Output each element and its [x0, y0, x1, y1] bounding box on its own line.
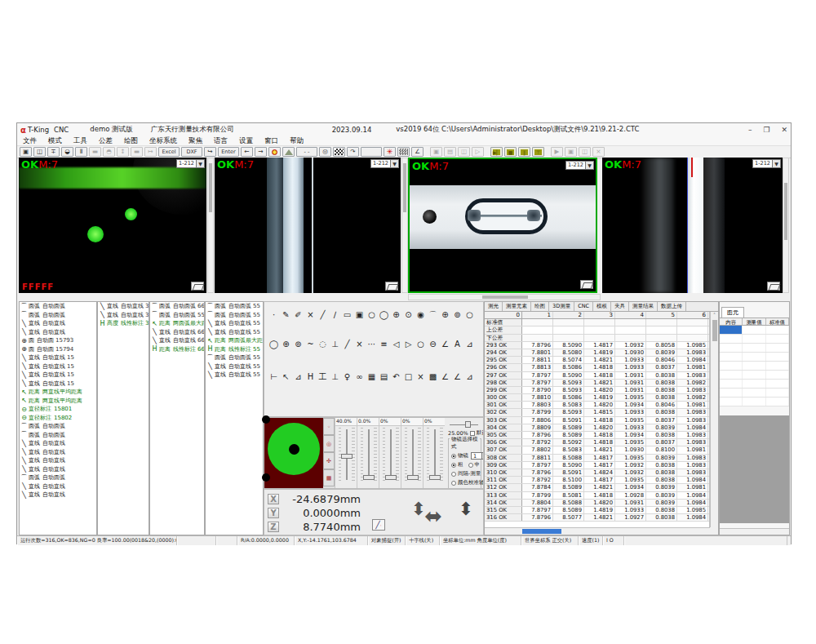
- roi-corner-icon[interactable]: [191, 282, 204, 291]
- report-export-button[interactable]: ↪: [204, 147, 216, 157]
- results-h-scrollbar[interactable]: [485, 527, 710, 535]
- list-item[interactable]: ╲直线自动直线3: [98, 311, 149, 320]
- measure-tool-button-r3-12[interactable]: □: [402, 371, 415, 383]
- measure-tool-button-r1-14[interactable]: ⌒: [427, 309, 439, 321]
- measure-tool-button-r3-17[interactable]: ⊿: [463, 371, 476, 383]
- element-cell[interactable]: [766, 371, 789, 379]
- element-tab[interactable]: 图元: [721, 307, 744, 318]
- list-item[interactable]: ╲直线自动直线15: [20, 371, 96, 380]
- cell[interactable]: 1.0984: [677, 424, 708, 431]
- measure-tool-button-r3-13[interactable]: ×: [415, 371, 427, 383]
- cell[interactable]: 0.8039: [646, 424, 677, 431]
- cell[interactable]: [522, 326, 553, 333]
- caliper-tool-button[interactable]: Ⅱ: [75, 147, 87, 157]
- cell[interactable]: [615, 335, 646, 341]
- list-item[interactable]: ⌒圆弧自动圆弧: [20, 473, 96, 482]
- list-item[interactable]: ⌒圆弧自动圆弧55: [150, 311, 204, 320]
- element-cell[interactable]: [743, 326, 765, 334]
- list-item[interactable]: ╲直线自动直线55: [206, 328, 263, 337]
- cell[interactable]: 0.8058: [646, 342, 677, 349]
- cell[interactable]: 1.0983: [677, 349, 708, 356]
- opt3-radio[interactable]: [451, 472, 456, 477]
- cell[interactable]: 1.4821: [584, 484, 615, 491]
- measure-tool-button-r1-8[interactable]: ▣: [353, 309, 366, 321]
- cell[interactable]: 1.4817: [584, 342, 615, 349]
- save2-button[interactable]: ▣: [430, 147, 442, 157]
- run-to-end-button[interactable]: ▶▏: [490, 147, 503, 157]
- list-item[interactable]: ╲直线自动直线3: [98, 302, 149, 311]
- cell[interactable]: 1.4817: [584, 477, 615, 483]
- table-row[interactable]: 315 OK7.87978.50891.48191.09330.80381.09…: [485, 507, 709, 514]
- table-row[interactable]: 298 OK7.87978.50931.48211.09310.80381.09…: [485, 380, 709, 387]
- table-row[interactable]: 312 OK7.87848.50891.48211.09340.80391.09…: [485, 484, 709, 491]
- table-row[interactable]: 313 OK7.87998.50811.48181.09280.80391.09…: [485, 492, 709, 500]
- cell[interactable]: 7.8796: [522, 342, 553, 349]
- stop-button[interactable]: ■: [504, 147, 517, 157]
- measure-tool-button-r3-1[interactable]: ⊢: [268, 371, 280, 383]
- cell[interactable]: 1.0931: [615, 372, 646, 379]
- slider-thumb[interactable]: [363, 475, 375, 480]
- ring-light-control[interactable]: [264, 418, 323, 488]
- list-item[interactable]: ⌒圆弧自动圆弧55: [206, 353, 263, 362]
- results-tab-测光[interactable]: 测光: [485, 302, 503, 311]
- measure-tool-button-r1-9[interactable]: ○: [366, 309, 378, 321]
- list-item[interactable]: ╲直线自动直线: [20, 465, 96, 474]
- table-row[interactable]: 307 OK7.88028.50831.48211.09300.81001.09…: [485, 446, 709, 454]
- menu-item-公差[interactable]: 公差: [93, 136, 118, 146]
- list-item[interactable]: ╲直线自动直线: [20, 448, 96, 457]
- measure-tool-button-r1-4[interactable]: ×: [304, 309, 317, 321]
- measure-tool-button-r2-17[interactable]: ⊿: [463, 339, 476, 350]
- calibration-button[interactable]: ✳: [384, 147, 396, 157]
- slider-thumb[interactable]: [385, 475, 397, 480]
- brightness-slider[interactable]: [450, 421, 478, 428]
- cell[interactable]: 1.0983: [677, 417, 708, 424]
- slider-thumb[interactable]: [341, 454, 353, 459]
- measure-tool-button-r1-16[interactable]: ⊚: [451, 309, 463, 321]
- camera-view-1[interactable]: OKM:71-212▼FFFFF: [19, 158, 206, 293]
- list-item[interactable]: ⊖直径标注15802: [20, 414, 96, 423]
- play-button[interactable]: ▷: [472, 147, 484, 157]
- light-channel-slider-2[interactable]: 0.0%: [357, 418, 379, 488]
- print-button[interactable]: ▤: [444, 147, 456, 157]
- cell[interactable]: 1.0933: [615, 357, 646, 363]
- measure-tool-button-r2-14[interactable]: ⊖: [427, 339, 439, 350]
- cell[interactable]: 1.0984: [677, 477, 708, 483]
- list-item[interactable]: ⌒圆弧自动圆弧: [20, 431, 96, 440]
- results-tab-数据上传[interactable]: 数据上传: [658, 302, 686, 311]
- cell[interactable]: 0.8039: [646, 500, 677, 506]
- roi-corner-icon[interactable]: [580, 280, 593, 289]
- camera-range-dropdown[interactable]: 1-212▼: [370, 159, 399, 168]
- edge-tool-button[interactable]: ◒: [61, 147, 73, 157]
- cell[interactable]: 8.5092: [553, 439, 584, 446]
- jog-xy-horizontal-icon[interactable]: ⬌: [424, 508, 442, 524]
- pause-button[interactable]: ‖: [518, 147, 530, 157]
- cell[interactable]: [646, 319, 677, 326]
- table-row[interactable]: 297 OK7.87978.50901.48181.09310.80381.09…: [485, 372, 709, 380]
- cell[interactable]: 1.0983: [677, 462, 708, 469]
- cell[interactable]: 1.0935: [615, 439, 646, 446]
- table-row[interactable]: 304 OK7.88098.50891.48201.09330.80391.09…: [485, 424, 709, 432]
- cell[interactable]: 1.4819: [584, 394, 615, 401]
- element-cell[interactable]: [743, 335, 765, 343]
- cell[interactable]: [553, 335, 584, 341]
- cell[interactable]: 8.5080: [553, 349, 584, 356]
- measure-tool-button-r2-16[interactable]: A: [451, 339, 463, 350]
- element-cell[interactable]: [720, 380, 743, 388]
- list-item[interactable]: ╲直线自动直线66: [150, 328, 204, 337]
- results-tab-CNC[interactable]: CNC: [574, 302, 593, 311]
- ring-seg-2-button[interactable]: ◎: [323, 435, 335, 452]
- cell[interactable]: 1.0984: [677, 514, 708, 521]
- cell[interactable]: 1.0931: [615, 500, 646, 506]
- element-cell[interactable]: [766, 362, 789, 370]
- list-item[interactable]: ╲直线自动直线55: [206, 371, 263, 380]
- menu-item-模式[interactable]: 模式: [42, 136, 68, 146]
- cell[interactable]: [615, 326, 646, 333]
- cell[interactable]: 7.8813: [522, 364, 553, 371]
- minimize-button[interactable]: –: [748, 126, 752, 134]
- measure-tool-button-r2-4[interactable]: ~: [304, 339, 317, 350]
- list-item[interactable]: ╲直线自动直线: [20, 328, 96, 337]
- list-item[interactable]: ⌒圆弧自动圆弧: [20, 302, 96, 311]
- cell[interactable]: 1.0981: [677, 446, 708, 453]
- chevron-down-icon[interactable]: ▼: [773, 159, 781, 168]
- cell[interactable]: 1.4818: [584, 439, 615, 446]
